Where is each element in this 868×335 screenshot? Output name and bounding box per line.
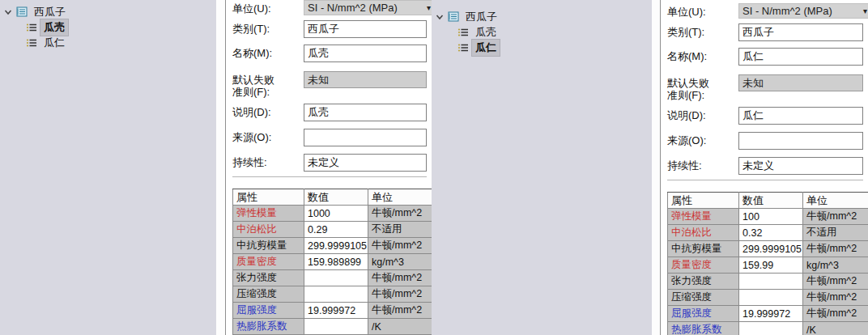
tree-node-material-shell[interactable]: 瓜壳	[432, 24, 652, 40]
property-name: 弹性模量	[233, 206, 304, 222]
property-unit: kg/m^3	[803, 257, 868, 274]
material-form-left: 单位(U): SI - N/mm^2 (MPa) ▾ 类别(T): 名称(M):…	[225, 0, 432, 335]
description-field[interactable]	[738, 107, 863, 125]
material-item-icon	[26, 38, 37, 48]
sustainability-field[interactable]	[738, 157, 863, 175]
tree-node-category[interactable]: 西瓜子	[0, 4, 216, 19]
column-header-property: 属性	[233, 189, 304, 206]
property-unit: 不适用	[368, 222, 432, 238]
table-row: 中泊松比 0.32 不适用	[668, 225, 868, 241]
name-field[interactable]	[304, 45, 427, 62]
tree-node-label: 瓜壳	[472, 24, 500, 40]
property-value-cell[interactable]: 299.9999105	[304, 238, 368, 254]
property-name: 质量密度	[668, 257, 739, 274]
failure-criterion-label: 默认失败 准则(F):	[667, 74, 738, 101]
property-unit: 牛顿/mm^2	[368, 206, 432, 222]
chevron-down-icon[interactable]	[2, 6, 13, 17]
unit-dropdown[interactable]: SI - N/mm^2 (MPa) ▾	[738, 3, 868, 19]
table-row: 弹性模量 100 牛顿/mm^2	[668, 209, 868, 225]
table-row: 压缩强度 牛顿/mm^2	[233, 286, 432, 303]
property-unit: 牛顿/mm^2	[803, 274, 868, 290]
table-row: 压缩强度 牛顿/mm^2	[668, 290, 868, 306]
sustainability-field[interactable]	[304, 154, 427, 172]
tree-node-material-kernel[interactable]: 瓜仁	[432, 40, 652, 55]
table-row: 中抗剪模量 299.9999105 牛顿/mm^2	[233, 238, 432, 254]
name-label: 名称(M):	[232, 45, 304, 59]
table-row: 质量密度 159.989899 kg/m^3	[233, 254, 432, 270]
property-name: 张力强度	[668, 274, 739, 290]
table-row: 张力强度 牛顿/mm^2	[668, 274, 868, 290]
failure-criterion-dropdown[interactable]: 未知	[738, 74, 863, 91]
property-name: 弹性模量	[668, 209, 739, 225]
panel-gap	[216, 0, 225, 335]
source-label: 来源(O):	[232, 129, 304, 143]
property-value-cell[interactable]	[304, 319, 368, 335]
property-unit: 牛顿/mm^2	[803, 290, 868, 306]
tree-node-material-kernel[interactable]: 瓜仁	[0, 35, 216, 50]
property-value-cell[interactable]: 1000	[304, 206, 368, 222]
unit-dropdown[interactable]: SI - N/mm^2 (MPa) ▾	[304, 0, 432, 15]
property-value-cell[interactable]	[304, 270, 368, 286]
table-row: 屈服强度 19.999972 牛顿/mm^2	[233, 303, 432, 319]
property-name: 压缩强度	[668, 290, 739, 306]
property-unit: 牛顿/mm^2	[803, 306, 868, 322]
table-row: 中泊松比 0.29 不适用	[233, 222, 432, 238]
unit-label: 单位(U):	[667, 3, 738, 18]
column-header-unit: 单位	[368, 189, 432, 206]
table-row: 热膨胀系数 /K	[668, 322, 868, 335]
property-value-cell[interactable]: 0.32	[739, 225, 803, 241]
material-category-icon	[447, 11, 459, 22]
property-name: 中泊松比	[668, 225, 739, 241]
property-unit: 牛顿/mm^2	[803, 241, 868, 257]
category-label: 类别(T):	[232, 20, 304, 35]
property-unit: 牛顿/mm^2	[368, 238, 432, 254]
failure-criterion-dropdown[interactable]: 未知	[304, 71, 427, 88]
name-field[interactable]	[738, 48, 863, 66]
unit-value: SI - N/mm^2 (MPa)	[308, 2, 398, 14]
unit-label: 单位(U):	[232, 0, 304, 15]
property-value-cell[interactable]: 19.999972	[304, 303, 368, 319]
material-item-icon	[26, 23, 37, 32]
property-value-cell[interactable]	[739, 322, 803, 335]
tree-node-label: 瓜仁	[40, 35, 68, 51]
property-value-cell[interactable]	[739, 290, 803, 306]
property-unit: 牛顿/mm^2	[368, 303, 432, 319]
source-label: 来源(O):	[667, 132, 738, 146]
property-unit: 不适用	[803, 225, 868, 241]
property-unit: /K	[803, 322, 868, 335]
table-row: 张力强度 牛顿/mm^2	[233, 270, 432, 286]
property-value-cell[interactable]: 159.99	[739, 257, 803, 274]
tree-node-material-shell[interactable]: 瓜壳	[0, 19, 216, 35]
tree-node-category[interactable]: 西瓜子	[432, 9, 652, 24]
property-name: 屈服强度	[668, 306, 739, 322]
property-value-cell[interactable]: 19.999972	[739, 306, 803, 322]
property-value-cell[interactable]: 0.29	[304, 222, 368, 238]
source-field[interactable]	[738, 132, 863, 150]
material-properties-table: 属性 数值 单位 弹性模量 1000 牛顿/mm^2 中泊松比 0.29 不适用…	[232, 189, 432, 335]
property-unit: 牛顿/mm^2	[368, 270, 432, 286]
table-header-row: 属性 数值 单位	[233, 189, 432, 206]
table-row: 热膨胀系数 /K	[233, 319, 432, 335]
property-value-cell[interactable]: 299.9999105	[739, 241, 803, 257]
property-value-cell[interactable]	[304, 286, 368, 303]
table-header-row: 属性 数值 单位	[668, 193, 868, 209]
table-row: 屈服强度 19.999972 牛顿/mm^2	[668, 306, 868, 322]
tree-node-label: 西瓜子	[31, 4, 69, 20]
source-field[interactable]	[304, 129, 427, 146]
property-value-cell[interactable]: 159.989899	[304, 254, 368, 270]
property-value-cell[interactable]: 100	[739, 209, 803, 225]
panel-gap	[652, 0, 660, 335]
property-name: 热膨胀系数	[233, 319, 304, 335]
description-field[interactable]	[304, 104, 427, 121]
category-field[interactable]	[738, 23, 863, 41]
tree-node-label: 西瓜子	[462, 9, 500, 25]
property-unit: 牛顿/mm^2	[803, 209, 868, 225]
material-tree-right: 西瓜子 瓜壳 瓜仁	[432, 0, 652, 335]
category-field[interactable]	[304, 20, 427, 38]
property-value-cell[interactable]	[739, 274, 803, 290]
material-category-icon	[15, 6, 28, 17]
tree-node-label: 瓜壳	[40, 19, 68, 36]
chevron-down-icon[interactable]	[434, 11, 445, 22]
failure-criterion-value: 未知	[742, 76, 764, 91]
material-item-icon	[457, 43, 469, 53]
